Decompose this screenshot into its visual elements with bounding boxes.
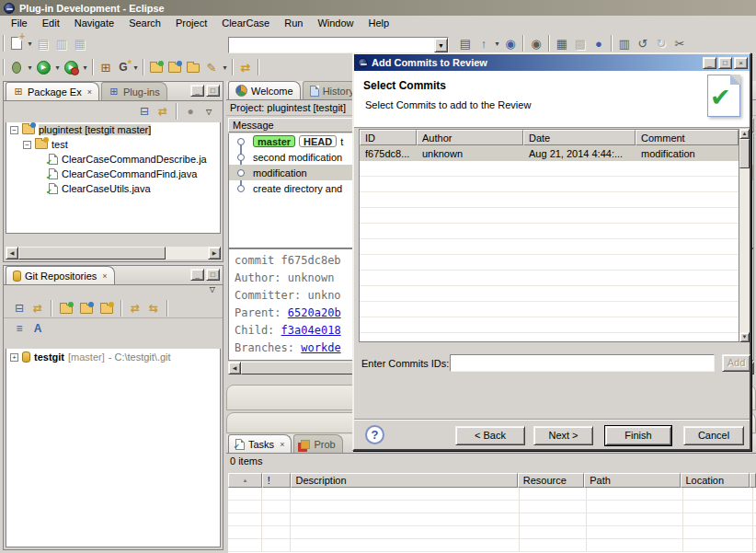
checkin-up-arrow-icon[interactable]: ↑ [475,35,493,52]
tab-tasks[interactable]: ✔ Tasks × [228,434,292,453]
author-column-header[interactable]: Author [417,130,523,145]
save-icon[interactable]: ▤ [34,35,52,52]
add-repository-icon[interactable] [60,305,73,314]
scrollbar-thumb[interactable] [18,247,166,259]
maximize-view-icon[interactable]: □ [206,269,220,281]
menu-window[interactable]: Window [310,17,361,29]
menu-search[interactable]: Search [121,17,168,29]
back-button[interactable]: < Back [455,426,525,445]
help-button[interactable]: ? [365,425,384,444]
vertical-scrollbar[interactable]: ▲ ▼ [739,129,750,342]
scrollbar-thumb[interactable] [739,139,750,168]
link-with-selection-icon[interactable]: ⇄ [29,301,46,316]
menu-navigate[interactable]: Navigate [67,17,121,29]
sort-az-icon[interactable]: A [29,321,46,336]
maximize-view-icon[interactable]: □ [206,85,220,97]
date-column-header[interactable]: Date [523,130,636,145]
debug-dropdown-icon[interactable]: ▾ [26,63,34,72]
link-with-editor-icon[interactable]: ⇄ [155,104,171,119]
tree-row-test[interactable]: − test [6,137,220,152]
tree-row-plugintest[interactable]: − plugintest [testgit master] [6,122,220,137]
tab-git-repositories[interactable]: Git Repositories × [6,266,115,284]
window-icon[interactable]: ▦ [553,35,571,52]
tree-row-testgit[interactable]: + testgit [master] - C:\testgit\.git [6,349,220,365]
dialog-maximize-icon[interactable]: □ [718,57,732,69]
debug-bug-icon[interactable] [12,62,21,74]
open-folder-icon-2[interactable] [168,63,181,73]
sort-column-header[interactable]: ▲ [228,473,262,488]
open-folder-icon-3[interactable] [187,63,200,73]
hierarchy-view-icon[interactable]: ≡ [11,321,28,336]
plugin-grid-icon[interactable]: ⊞ [97,59,115,75]
sync-icon[interactable]: ⇆ [145,301,162,316]
clone-repository-icon[interactable] [80,305,93,314]
resource-column-header[interactable]: Resource [518,473,585,488]
sync-arrows-icon[interactable]: ⇄ [236,59,255,75]
run-dropdown-icon[interactable]: ▾ [53,63,62,72]
open-folder-icon-1[interactable] [150,63,163,73]
new-window-icon[interactable]: ▩ [571,35,590,52]
new-wizard-icon[interactable] [11,37,22,50]
tab-problems[interactable]: Prob [293,434,342,453]
dialog-titlebar[interactable]: Add Commits to Review _ □ × [354,54,750,71]
cut-icon[interactable]: ✂ [670,35,689,52]
create-repository-icon[interactable] [100,305,113,314]
cancel-button[interactable]: Cancel [683,426,744,445]
id-column-header[interactable]: ID [360,130,417,145]
collapse-all-icon[interactable]: ⊟ [136,104,153,119]
view-menu-icon[interactable]: ▽ [200,104,217,119]
minimize-view-icon[interactable]: _ [190,85,204,97]
menu-clearcase[interactable]: ClearCase [214,17,277,29]
parent-commit-link[interactable]: 6520a20b [288,306,341,319]
run-icon[interactable]: ▶ [37,61,51,75]
collapse-node-icon[interactable]: − [23,141,31,149]
next-button[interactable]: Next > [533,426,593,445]
description-column-header[interactable]: Description [291,473,518,488]
scroll-left-icon[interactable]: ◀ [228,362,241,374]
combo-arrow-icon[interactable]: ▼ [434,38,448,52]
search-dropdown-icon[interactable]: ▾ [221,63,229,72]
finish-button[interactable]: Finish [605,426,671,445]
copy-sheets-icon[interactable]: ▥ [615,35,634,52]
toolbar-combo-input[interactable] [228,37,449,53]
view-menu-icon[interactable]: ▽ [210,285,215,298]
minimize-view-icon[interactable]: _ [190,269,204,281]
filters-icon[interactable]: ● [182,104,199,119]
branches-link[interactable]: workde [301,341,340,354]
add-button[interactable]: Add [722,354,750,372]
dialog-close-icon[interactable]: × [734,57,748,69]
menu-project[interactable]: Project [168,17,214,29]
annotate-icon[interactable]: ◉ [527,35,545,52]
scroll-down-icon[interactable]: ▼ [739,332,750,342]
tab-welcome[interactable]: Welcome [228,81,301,99]
expand-node-icon[interactable]: + [10,353,18,362]
tree-row-file[interactable]: ✔ ClearCaseCommandDescribe.ja [6,152,220,167]
tree-row-file[interactable]: ✔ ClearCaseUtils.java [6,181,220,196]
comment-column-header[interactable]: Comment [636,130,739,145]
horizontal-scrollbar[interactable]: ◀ ▶ [6,247,221,259]
menu-help[interactable]: Help [361,17,397,29]
collapse-all-icon[interactable]: ⊟ [11,301,28,316]
clearcase-dropdown-icon[interactable]: ▾ [132,63,140,72]
tab-plug-ins[interactable]: ⊞ Plug-ins [101,82,167,100]
close-view-icon[interactable]: × [86,87,92,97]
clearcase-g-icon[interactable]: G [115,61,132,74]
run-external-icon[interactable]: ▶ [64,61,78,75]
path-column-header[interactable]: Path [584,473,680,488]
collapse-node-icon[interactable]: − [10,126,18,134]
menu-run[interactable]: Run [277,17,310,29]
save-all-icon[interactable]: ▥ [52,35,71,52]
menu-edit[interactable]: Edit [35,17,67,29]
find-checkouts-icon[interactable]: ◉ [501,35,520,52]
close-view-icon[interactable]: × [278,440,284,449]
commit-ids-input[interactable] [450,354,715,372]
tree-row-file[interactable]: ✔ ClearCaseCommandFind.java [6,167,220,181]
child-commit-link[interactable]: f3a04e018 [281,324,341,337]
print-icon[interactable]: ▦ [71,35,89,52]
location-column-header[interactable]: Location [681,473,750,488]
sphere-star-icon[interactable]: ● [590,35,608,52]
scroll-right-icon[interactable]: ▶ [208,247,221,259]
new-dropdown-icon[interactable]: ▾ [26,40,34,48]
menu-file[interactable]: File [4,17,35,29]
run-external-dropdown-icon[interactable]: ▾ [81,63,89,72]
